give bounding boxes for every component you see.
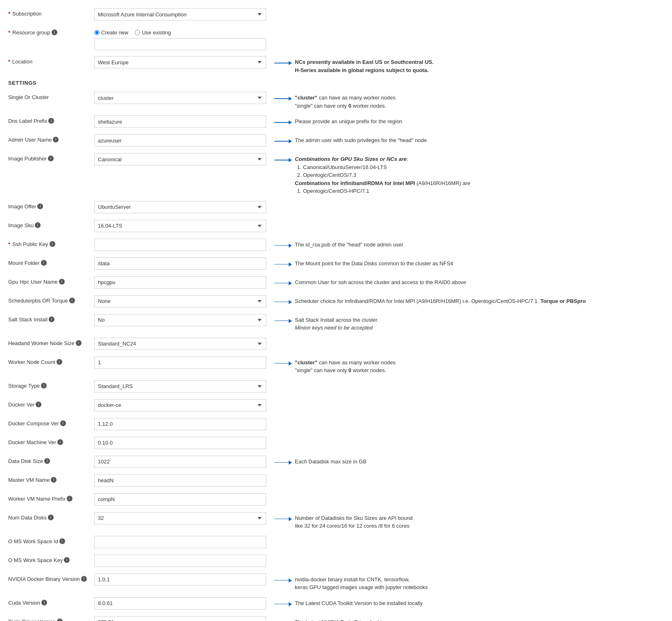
master-vm-name-info-icon[interactable]: i	[51, 477, 57, 483]
worker-node-count-note: "cluster" can have as many worker nodes …	[266, 357, 663, 375]
nvidia-docker-binary-version-input[interactable]	[94, 574, 266, 586]
num-data-disks-arrow	[274, 514, 295, 521]
schedulerpbs-info-icon[interactable]: i	[69, 298, 75, 303]
salt-stack-info-icon[interactable]: i	[49, 316, 54, 322]
oms-workspace-key-row: O MS Work Space Key i	[8, 555, 663, 568]
worker-node-count-input[interactable]	[94, 357, 266, 369]
storage-type-row: Storage Type i Standard_LRS	[8, 380, 663, 393]
form-container: * Subscription Microsoft Azure Internal …	[8, 8, 663, 621]
schedulerpbs-label: Schedulerpbs OR Torque i	[8, 295, 94, 304]
tesla-driver-version-input[interactable]	[94, 616, 266, 621]
admin-user-name-input[interactable]	[94, 134, 266, 147]
subscription-note	[266, 8, 663, 10]
storage-type-info-icon[interactable]: i	[41, 383, 47, 388]
nvidia-docker-binary-version-input-col	[94, 574, 266, 586]
headand-worker-node-size-select[interactable]: Standard_NC24	[94, 338, 266, 350]
image-sku-row: Image Sku i 16.04-LTS	[8, 220, 663, 233]
oms-workspace-key-input[interactable]	[94, 555, 266, 567]
ssh-public-key-input[interactable]	[94, 239, 266, 251]
docker-compose-ver-input-col	[94, 418, 266, 430]
headand-worker-node-size-row: Headand Worker Node Size i Standard_NC24	[8, 338, 663, 351]
docker-ver-select[interactable]: docker-ce	[94, 399, 266, 411]
create-new-radio-label[interactable]: Create new	[94, 29, 128, 36]
mount-folder-input-col	[94, 257, 266, 270]
oms-workspace-key-info-icon[interactable]: i	[64, 557, 70, 563]
subscription-select[interactable]: Microsoft Azure Internal Consumption	[94, 8, 266, 20]
use-existing-radio[interactable]	[135, 30, 140, 35]
image-publisher-input-col: Canonical	[94, 153, 266, 165]
schedulerpbs-select[interactable]: None	[94, 295, 266, 307]
dns-label-info-icon[interactable]: i	[48, 118, 54, 124]
image-sku-info-icon[interactable]: i	[35, 222, 41, 228]
nvidia-docker-binary-version-info-icon[interactable]: i	[81, 576, 87, 582]
docker-machine-ver-input[interactable]	[94, 437, 266, 449]
ssh-public-key-row: * Ssh Public Key i The id_rsa.pub of the…	[8, 239, 663, 252]
location-select[interactable]: West Europe	[94, 56, 266, 68]
image-offer-info-icon[interactable]: i	[37, 203, 43, 209]
num-data-disks-row: Num Data Disks i 32 Number of Datadisks …	[8, 512, 663, 530]
tesla-driver-version-info-icon[interactable]: i	[57, 619, 63, 621]
salt-stack-install-input-col: No	[94, 314, 266, 326]
gpu-hpc-info-icon[interactable]: i	[59, 279, 65, 285]
ssh-public-key-info-icon[interactable]: i	[50, 241, 55, 247]
docker-machine-ver-info-icon[interactable]: i	[57, 439, 63, 445]
create-new-radio[interactable]	[94, 30, 100, 35]
data-disk-size-note: Each Datadisk max size in GB	[266, 456, 663, 466]
worker-vm-name-prefix-row: Worker VM Name Prefix i	[8, 493, 663, 506]
headand-worker-node-size-info-icon[interactable]: i	[76, 340, 81, 346]
resource-group-info-icon[interactable]: i	[52, 29, 57, 35]
master-vm-name-label: Master VM Name i	[8, 474, 94, 483]
docker-compose-ver-input[interactable]	[94, 418, 266, 430]
nvidia-docker-binary-version-row: NVIDIA Docker Binary Version i nvidia-do…	[8, 574, 663, 592]
image-offer-row: Image Offer i UbuntuServer	[8, 201, 663, 214]
image-publisher-info-icon[interactable]: i	[48, 156, 54, 161]
worker-vm-name-prefix-info-icon[interactable]: i	[67, 496, 72, 501]
single-or-cluster-note: "cluster" can have as many worker nodes …	[266, 92, 663, 110]
image-sku-select[interactable]: 16.04-LTS	[94, 220, 266, 232]
num-data-disks-note: Number of Datadisks for Sku Sizes are AP…	[266, 512, 663, 530]
image-offer-select[interactable]: UbuntuServer	[94, 201, 266, 213]
tesla-driver-version-note: The Latest NVIDIA Tesla Driver for Linux	[266, 616, 663, 621]
use-existing-radio-label[interactable]: Use existing	[135, 29, 171, 36]
oms-workspace-key-input-col	[94, 555, 266, 567]
location-input-col: West Europe	[94, 56, 266, 68]
resource-group-text-input[interactable]	[94, 38, 266, 50]
mount-folder-input[interactable]	[94, 257, 266, 270]
data-disk-size-input[interactable]	[94, 456, 266, 468]
schedulerpbs-row: Schedulerpbs OR Torque i None Scheduler …	[8, 295, 663, 308]
cuda-version-info-icon[interactable]: i	[41, 600, 47, 605]
worker-node-count-info-icon[interactable]: i	[57, 359, 62, 365]
resource-group-row: * Resource group i Create new Use existi…	[8, 27, 663, 50]
salt-stack-install-select[interactable]: No	[94, 314, 266, 326]
admin-user-name-note: The admin user with sudo privileges for …	[266, 134, 663, 145]
oms-workspace-id-row: O MS Work Space Id i	[8, 536, 663, 549]
data-disk-size-info-icon[interactable]: i	[44, 458, 50, 464]
dns-arrow	[274, 117, 295, 124]
storage-type-select[interactable]: Standard_LRS	[94, 380, 266, 393]
settings-header: SETTINGS	[8, 80, 663, 86]
image-offer-input-col: UbuntuServer	[94, 201, 266, 213]
subscription-label: * Subscription	[8, 8, 94, 17]
docker-ver-info-icon[interactable]: i	[36, 402, 41, 407]
cuda-version-arrow	[274, 599, 295, 606]
docker-ver-note	[266, 399, 663, 401]
worker-vm-name-prefix-input[interactable]	[94, 493, 266, 506]
admin-user-info-icon[interactable]: i	[53, 137, 59, 142]
oms-workspace-id-input[interactable]	[94, 536, 266, 548]
num-data-disks-select[interactable]: 32	[94, 512, 266, 524]
master-vm-name-input[interactable]	[94, 474, 266, 487]
oms-workspace-id-info-icon[interactable]: i	[59, 538, 65, 544]
cuda-version-input[interactable]	[94, 597, 266, 610]
docker-compose-ver-info-icon[interactable]: i	[60, 420, 66, 426]
gpu-hpc-user-name-input[interactable]	[94, 276, 266, 289]
single-or-cluster-select[interactable]: cluster	[94, 92, 266, 104]
data-disk-size-input-col	[94, 456, 266, 468]
data-disk-size-arrow	[274, 458, 295, 465]
image-publisher-select[interactable]: Canonical	[94, 153, 266, 165]
schedulerpbs-arrow	[274, 297, 295, 304]
dns-label-prefix-input[interactable]	[94, 115, 266, 128]
oms-workspace-key-label: O MS Work Space Key i	[8, 555, 94, 563]
mount-folder-info-icon[interactable]: i	[41, 260, 47, 266]
num-data-disks-info-icon[interactable]: i	[48, 515, 54, 520]
docker-machine-ver-row: Docker Machine Ver i	[8, 437, 663, 450]
